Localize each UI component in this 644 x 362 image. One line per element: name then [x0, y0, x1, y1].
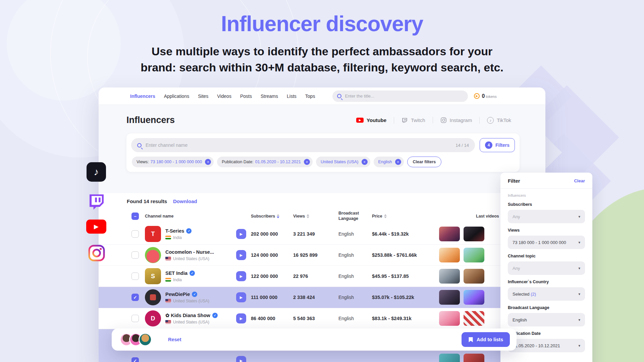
filter-chip-views[interactable]: Views:73 180 000 - 1 000 000 000 ×	[132, 157, 214, 167]
subtitle-line-1: Use multiple ways to identify the perfec…	[152, 45, 492, 58]
video-thumbnail[interactable]	[439, 354, 460, 362]
download-link[interactable]: Download	[173, 198, 197, 204]
add-to-lists-button[interactable]: Add to lists	[462, 332, 510, 347]
remove-filter-icon[interactable]: ×	[362, 159, 368, 165]
subscribers-select[interactable]: Any ▾	[508, 210, 585, 223]
subscribers-value: 111 000 000	[251, 295, 293, 300]
row-checkbox[interactable]: ✓	[131, 357, 139, 362]
row-checkbox[interactable]	[131, 230, 139, 238]
nav-item-influencers[interactable]: Influencers	[130, 94, 155, 99]
row-checkbox[interactable]	[131, 273, 139, 280]
video-thumbnail[interactable]	[439, 311, 460, 326]
filter-field-label: Subscribers	[508, 202, 585, 207]
video-thumbnail[interactable]	[439, 290, 460, 305]
filter-chip-publication-date[interactable]: Publication Date:01.05.2020 - 10.12.2021…	[217, 157, 313, 167]
nav-item-lists[interactable]: Lists	[287, 94, 297, 99]
video-thumbnail[interactable]	[439, 269, 460, 284]
channel-search-box[interactable]: 14 / 14	[131, 138, 475, 152]
views-value: 2 338 424	[293, 295, 338, 300]
nav-item-tops[interactable]: Tops	[305, 94, 315, 99]
filter-section-label: Influencers	[508, 193, 585, 197]
found-results-label: Found 14 results	[127, 198, 167, 204]
header-subscribers[interactable]: Subscribers	[251, 214, 293, 219]
filter-chip-language[interactable]: English ×	[374, 157, 404, 167]
youtube-play-button[interactable]: ▶	[236, 292, 246, 302]
video-thumbnail[interactable]	[439, 248, 460, 262]
video-thumbnail[interactable]	[464, 290, 484, 305]
channel-name[interactable]: Cocomelon - Nurse...	[165, 249, 214, 255]
country-flag-icon	[165, 257, 171, 260]
remove-filter-icon[interactable]: ×	[304, 159, 310, 165]
channel-name[interactable]: T-Series	[165, 228, 184, 234]
selection-action-bar: Reset Add to lists	[112, 328, 517, 351]
nav-item-applications[interactable]: Applications	[164, 94, 190, 99]
channel-search-input[interactable]	[146, 142, 455, 148]
video-thumbnail[interactable]	[464, 354, 484, 362]
video-thumbnail[interactable]	[464, 227, 484, 241]
youtube-play-button[interactable]: ▶	[236, 313, 246, 323]
sort-icon[interactable]	[277, 214, 279, 218]
subscribers-value: 124 000 000	[251, 252, 293, 258]
row-checkbox[interactable]: ✓	[131, 294, 139, 301]
views-select[interactable]: 73 180 000 - 1 000 000 000 ▾	[508, 236, 585, 249]
youtube-play-button[interactable]: ▶	[236, 271, 246, 281]
header-channel-name[interactable]: Channel name	[145, 214, 236, 219]
table-row[interactable]: ✓ PewDiePie✓ United States (USA) ▶ 111 0…	[99, 287, 545, 308]
nav-item-posts[interactable]: Posts	[240, 94, 252, 99]
youtube-play-button[interactable]: ▶	[236, 250, 246, 260]
remove-filter-icon[interactable]: ×	[205, 159, 211, 165]
row-checkbox[interactable]	[131, 315, 139, 322]
tab-instagram[interactable]: Instagram	[433, 117, 480, 123]
top-navbar: Influencers Applications Sites Videos Po…	[99, 87, 545, 105]
filters-button[interactable]: 4 Filters	[480, 138, 515, 152]
select-all-checkbox[interactable]: −	[131, 213, 139, 220]
title-search-box[interactable]	[332, 90, 468, 102]
channel-name[interactable]: PewDiePie	[165, 292, 190, 297]
video-thumbnail[interactable]	[464, 311, 484, 326]
nav-item-sites[interactable]: Sites	[198, 94, 208, 99]
filters-count-badge: 4	[485, 141, 492, 149]
language-value: English	[338, 316, 372, 321]
channel-topic-select[interactable]: Any ▾	[508, 261, 585, 275]
youtube-play-button[interactable]: ▶	[236, 356, 246, 362]
header-broadcast-language: Broadcast Language	[338, 211, 372, 221]
video-thumbnail[interactable]	[464, 248, 484, 262]
filter-clear-button[interactable]: Clear	[574, 178, 585, 183]
table-row[interactable]: Cocomelon - Nurse... United States (USA)…	[99, 245, 545, 266]
filter-chip-country[interactable]: United States (USA) ×	[316, 157, 370, 167]
tab-youtube[interactable]: ▶ Youtube	[349, 117, 394, 123]
table-row[interactable]: D ✿ Kids Diana Show✓ United States (USA)…	[99, 308, 545, 329]
title-search-input[interactable]	[345, 94, 463, 99]
table-row[interactable]: S SET India✓ India ▶ 122 000 000 22 976 …	[99, 266, 545, 287]
twitch-tab-icon	[401, 117, 408, 124]
channel-name[interactable]: ✿ Kids Diana Show	[165, 313, 210, 318]
clear-filters-button[interactable]: Clear filters	[407, 157, 442, 167]
tab-tiktok[interactable]: ♪ TikTok	[479, 117, 519, 124]
header-price[interactable]: Price	[372, 214, 439, 219]
channel-name[interactable]: SET India	[165, 270, 187, 276]
country-flag-icon	[165, 320, 171, 324]
sort-icon[interactable]	[307, 214, 309, 218]
token-icon: ▶	[474, 93, 480, 99]
nav-item-streams[interactable]: Streams	[261, 94, 278, 99]
subscribers-value: 122 000 000	[251, 274, 293, 279]
broadcast-language-select[interactable]: English ▾	[508, 313, 585, 326]
chevron-down-icon: ▾	[578, 240, 580, 245]
verified-icon: ✓	[186, 228, 192, 234]
table-row[interactable]: T T-Series✓ India ▶ 202 000 000 3 221 34…	[99, 224, 545, 245]
video-thumbnail[interactable]	[439, 227, 460, 241]
reset-button[interactable]: Reset	[168, 337, 181, 342]
sort-icon[interactable]	[384, 214, 387, 218]
chevron-down-icon: ▾	[578, 344, 580, 348]
nav-item-videos[interactable]: Videos	[217, 94, 231, 99]
video-thumbnail[interactable]	[464, 269, 484, 284]
tab-twitch[interactable]: Twitch	[394, 117, 433, 124]
publication-date-select[interactable]: 01.05.2020 - 10.12.2021 ▾	[508, 339, 585, 352]
remove-filter-icon[interactable]: ×	[395, 159, 401, 165]
country-select[interactable]: Selected (2) ▾	[508, 287, 585, 301]
youtube-play-button[interactable]: ▶	[236, 229, 246, 239]
row-checkbox[interactable]	[131, 251, 139, 259]
header-views[interactable]: Views	[293, 214, 338, 219]
table-row[interactable]: ✓ ▶	[99, 350, 545, 362]
tokens-balance[interactable]: ▶ 0 tokens	[474, 93, 496, 99]
